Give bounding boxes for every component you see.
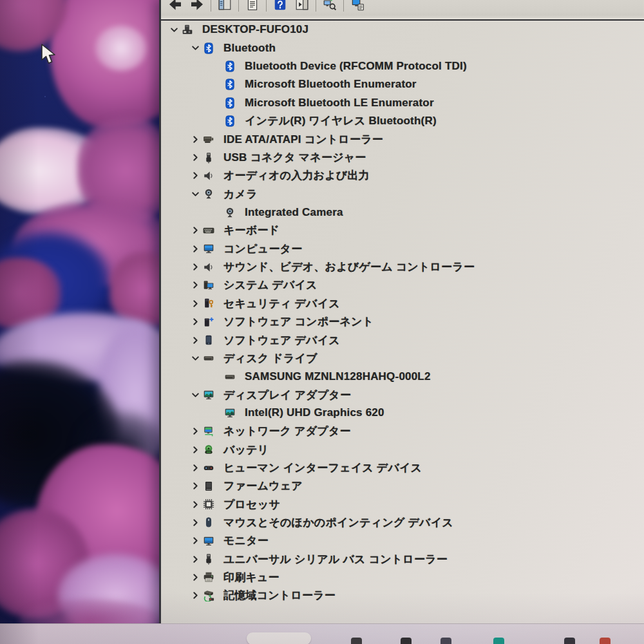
tree-item[interactable]: Intel(R) UHD Graphics 620 (161, 404, 644, 422)
show-action-pane-button[interactable] (291, 0, 313, 14)
tree-item[interactable]: キーボード (161, 222, 644, 240)
tree-item-label: キーボード (223, 223, 279, 238)
chevron-right-icon[interactable] (187, 443, 203, 456)
chevron-right-icon[interactable] (187, 169, 203, 182)
network-icon (203, 425, 220, 438)
taskbar-widget[interactable] (247, 632, 311, 644)
tree-item[interactable]: Bluetooth Device (RFCOMM Protocol TDI) (161, 57, 644, 75)
tree-item[interactable]: ディスク ドライブ (161, 349, 644, 367)
tree-item[interactable]: 記憶域コントローラー (161, 587, 644, 605)
tree-item-label: 記憶域コントローラー (223, 588, 336, 603)
tree-item[interactable]: Microsoft Bluetooth LE Enumerator (161, 93, 644, 111)
chevron-right-icon[interactable] (187, 461, 203, 474)
tree-item[interactable]: オーディオの入力および出力 (161, 167, 644, 185)
chevron-down-icon[interactable] (166, 23, 182, 36)
help-icon (273, 0, 287, 14)
tree-item-label: プロセッサ (223, 497, 280, 512)
tree-item[interactable]: システム デバイス (161, 276, 644, 294)
processor-icon (203, 498, 220, 511)
chevron-right-icon[interactable] (187, 589, 203, 602)
chevron-right-icon[interactable] (187, 224, 203, 237)
properties-icon (245, 0, 260, 14)
tree-item-label: DESKTOP-FUFO10J (202, 23, 308, 36)
tree-item-label: カメラ (223, 187, 258, 202)
audio-icon (203, 261, 220, 274)
chevron-right-icon[interactable] (187, 480, 203, 493)
taskbar-app-5[interactable] (564, 638, 575, 644)
tree-item[interactable]: コンピューター (161, 240, 644, 258)
chevron-right-icon[interactable] (187, 498, 203, 511)
chevron-right-icon[interactable] (187, 279, 203, 292)
tree-item[interactable]: Bluetooth (161, 39, 644, 57)
chevron-down-icon[interactable] (187, 42, 203, 55)
chevron-right-icon[interactable] (187, 571, 203, 583)
show-console-tree-button[interactable] (214, 0, 236, 14)
bluetooth-icon (224, 115, 242, 128)
chevron-right-icon[interactable] (187, 516, 203, 529)
display-icon (203, 388, 220, 401)
action-pane-icon (294, 0, 310, 14)
properties-button[interactable] (242, 0, 263, 14)
tree-item-label: モニター (223, 533, 269, 548)
tree-item[interactable]: ディスプレイ アダプター (161, 386, 644, 404)
usb-icon (203, 553, 220, 565)
camera-icon (203, 187, 220, 200)
taskbar[interactable] (0, 623, 644, 644)
chevron-down-icon[interactable] (187, 388, 203, 401)
help-button[interactable] (269, 0, 291, 14)
sw-device-icon (203, 334, 220, 346)
tree-item[interactable]: SAMSUNG MZNLN128HAHQ-000L2 (161, 368, 644, 386)
tree-item[interactable]: USB コネクタ マネージャー (161, 148, 644, 166)
chevron-right-icon[interactable] (187, 316, 203, 328)
tree-item[interactable]: ヒューマン インターフェイス デバイス (161, 459, 644, 477)
tree-item[interactable]: DESKTOP-FUFO10J (161, 21, 644, 39)
chevron-down-icon[interactable] (187, 187, 203, 200)
taskbar-app-6[interactable] (600, 638, 611, 644)
forward-button[interactable] (186, 0, 208, 14)
chevron-right-icon[interactable] (187, 133, 203, 146)
device-props-icon (350, 0, 365, 14)
tree-item-label: コンピューター (223, 242, 302, 256)
taskbar-app-2[interactable] (401, 638, 412, 644)
chevron-down-icon[interactable] (187, 352, 203, 365)
tree-item[interactable]: Microsoft Bluetooth Enumerator (161, 75, 644, 93)
security-icon (203, 297, 220, 310)
toolbar (161, 0, 644, 21)
tree-item[interactable]: ユニバーサル シリアル バス コントローラー (161, 550, 644, 568)
tree-item[interactable]: マウスとそのほかのポインティング デバイス (161, 513, 644, 531)
chevron-right-icon[interactable] (187, 334, 203, 346)
device-properties-button[interactable] (346, 0, 368, 14)
mouse-cursor-icon (40, 44, 59, 68)
chevron-right-icon[interactable] (187, 535, 203, 547)
tree-item[interactable]: カメラ (161, 185, 644, 203)
tree-item[interactable]: インテル(R) ワイヤレス Bluetooth(R) (161, 112, 644, 130)
tree-item[interactable]: バッテリ (161, 440, 644, 459)
tree-item[interactable]: Integrated Camera (161, 203, 644, 221)
tree-item[interactable]: ネットワーク アダプター (161, 422, 644, 440)
tree-item[interactable]: 印刷キュー (161, 568, 644, 586)
taskbar-app-4[interactable] (493, 638, 504, 644)
tree-item[interactable]: ソフトウェア コンポーネント (161, 313, 644, 331)
chevron-right-icon[interactable] (187, 261, 203, 274)
bluetooth-icon (203, 42, 220, 55)
bluetooth-icon (224, 60, 242, 73)
scan-for-hardware-changes-button[interactable] (319, 0, 341, 14)
tree-item[interactable]: セキュリティ デバイス (161, 294, 644, 312)
toolbar-separator (341, 0, 346, 12)
taskbar-app-3[interactable] (440, 638, 451, 644)
back-button[interactable] (164, 0, 186, 14)
tree-item[interactable]: プロセッサ (161, 495, 644, 513)
chevron-right-icon[interactable] (187, 151, 203, 164)
tree-item[interactable]: ソフトウェア デバイス (161, 331, 644, 349)
tree-item[interactable]: ファームウェア (161, 477, 644, 495)
taskbar-app-1[interactable] (351, 638, 362, 644)
chevron-right-icon[interactable] (187, 297, 203, 310)
chevron-right-icon[interactable] (187, 425, 203, 438)
tree-item[interactable]: IDE ATA/ATAPI コントローラー (161, 130, 644, 148)
tree-item[interactable]: サウンド、ビデオ、およびゲーム コントローラー (161, 258, 644, 276)
chevron-right-icon[interactable] (187, 242, 203, 255)
chevron-right-icon[interactable] (187, 553, 203, 565)
tree-item[interactable]: モニター (161, 532, 644, 550)
tree-item-label: IDE ATA/ATAPI コントローラー (223, 132, 383, 147)
device-manager-window: DESKTOP-FUFO10J Bluetooth Bluetooth Devi… (159, 0, 644, 623)
